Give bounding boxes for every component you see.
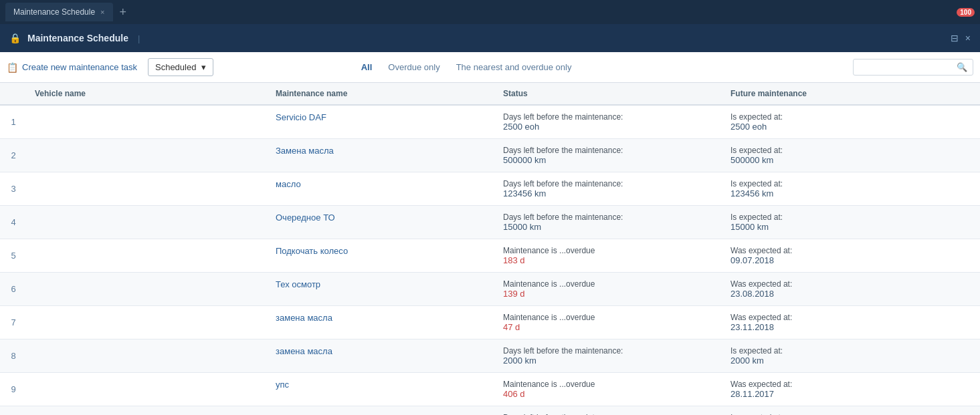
vehicle-name-cell bbox=[27, 306, 268, 339]
app-title: Maintenance Schedule bbox=[27, 33, 128, 43]
vehicle-name-cell bbox=[27, 172, 268, 206]
maintenance-name-cell[interactable]: Замена масла bbox=[268, 139, 495, 172]
dropdown-label: Scheduled bbox=[155, 62, 196, 72]
table-row[interactable]: 7замена маслаMaintenance is ...overdue47… bbox=[0, 306, 980, 339]
status-cell: Days left before the maintenance:2000 km bbox=[495, 339, 722, 373]
future-maintenance-cell: Was expected at:09.07.2018 bbox=[722, 239, 980, 273]
status-cell: Days left before the maintenance:15000 k… bbox=[495, 406, 722, 416]
col-header-num bbox=[0, 83, 27, 105]
toolbar: 📋 Create new maintenance task Scheduled … bbox=[0, 52, 980, 83]
row-number: 9 bbox=[0, 373, 27, 406]
window-controls: ⊟ × bbox=[951, 33, 971, 43]
vehicle-name-cell bbox=[27, 239, 268, 273]
table-row[interactable]: 10плановое ТОDays left before the mainte… bbox=[0, 406, 980, 416]
row-number: 2 bbox=[0, 139, 27, 172]
maintenance-name-cell[interactable]: Servicio DAF bbox=[268, 105, 495, 139]
table-container: Vehicle name Maintenance name Status Fut… bbox=[0, 83, 980, 415]
maintenance-name-cell[interactable]: замена масла bbox=[268, 306, 495, 339]
status-cell: Maintenance is ...overdue47 d bbox=[495, 306, 722, 339]
table-row[interactable]: 9упсMaintenance is ...overdue406 dWas ex… bbox=[0, 373, 980, 406]
future-maintenance-cell: Is expected at:123456 km bbox=[722, 172, 980, 206]
col-header-vehicle: Vehicle name bbox=[27, 83, 268, 105]
future-maintenance-cell: Is expected at:15000 km bbox=[722, 406, 980, 416]
filter-group: All Overdue only The nearest and overdue… bbox=[359, 61, 575, 74]
filter-overdue-button[interactable]: Overdue only bbox=[385, 61, 442, 74]
future-maintenance-cell: Was expected at:23.08.2018 bbox=[722, 273, 980, 306]
filter-nearest-button[interactable]: The nearest and overdue only bbox=[454, 61, 575, 74]
chevron-down-icon: ▾ bbox=[201, 62, 206, 72]
table-row[interactable]: 6Тех осмотрMaintenance is ...overdue139 … bbox=[0, 273, 980, 306]
row-number: 10 bbox=[0, 406, 27, 416]
row-number: 3 bbox=[0, 172, 27, 206]
maintenance-table: Vehicle name Maintenance name Status Fut… bbox=[0, 83, 980, 415]
table-row[interactable]: 8замена маслаDays left before the mainte… bbox=[0, 339, 980, 373]
future-maintenance-cell: Is expected at:15000 km bbox=[722, 206, 980, 239]
tab-close-icon[interactable]: × bbox=[100, 8, 104, 16]
maintenance-name-cell[interactable]: Очередное ТО bbox=[268, 206, 495, 239]
maintenance-name-cell[interactable]: Тех осмотр bbox=[268, 273, 495, 306]
maintenance-name-cell[interactable]: масло bbox=[268, 172, 495, 206]
maintenance-name-cell[interactable]: упс bbox=[268, 373, 495, 406]
maintenance-name-cell[interactable]: замена масла bbox=[268, 339, 495, 373]
status-cell: Maintenance is ...overdue139 d bbox=[495, 273, 722, 306]
vehicle-name-cell bbox=[27, 206, 268, 239]
col-header-future: Future maintenance bbox=[722, 83, 980, 105]
table-row[interactable]: 1Servicio DAFDays left before the mainte… bbox=[0, 105, 980, 139]
vehicle-name-cell bbox=[27, 406, 268, 416]
tab-title: Maintenance Schedule bbox=[13, 7, 95, 17]
row-number: 1 bbox=[0, 105, 27, 139]
future-maintenance-cell: Was expected at:23.11.2018 bbox=[722, 306, 980, 339]
new-tab-icon[interactable]: + bbox=[117, 5, 130, 19]
table-row[interactable]: 5Подкочать колесоMaintenance is ...overd… bbox=[0, 239, 980, 273]
status-cell: Maintenance is ...overdue183 d bbox=[495, 239, 722, 273]
maintenance-name-cell[interactable]: Подкочать колесо bbox=[268, 239, 495, 273]
vehicle-name-cell bbox=[27, 273, 268, 306]
vehicle-name-cell bbox=[27, 105, 268, 139]
col-header-maintenance: Maintenance name bbox=[268, 83, 495, 105]
search-icon: 🔍 bbox=[957, 62, 967, 72]
future-maintenance-cell: Is expected at:2500 eoh bbox=[722, 105, 980, 139]
minimize-icon[interactable]: ⊟ bbox=[951, 33, 959, 43]
header-separator: | bbox=[138, 33, 140, 43]
vehicle-name-cell bbox=[27, 373, 268, 406]
table-row[interactable]: 4Очередное ТОDays left before the mainte… bbox=[0, 206, 980, 239]
status-cell: Days left before the maintenance:123456 … bbox=[495, 172, 722, 206]
create-task-button[interactable]: 📋 Create new maintenance task bbox=[7, 62, 137, 73]
future-maintenance-cell: Is expected at:500000 km bbox=[722, 139, 980, 172]
table-row[interactable]: 3маслоDays left before the maintenance:1… bbox=[0, 172, 980, 206]
app-header: 🔒 Maintenance Schedule | ⊟ × bbox=[0, 24, 980, 52]
table-row[interactable]: 2Замена маслаDays left before the mainte… bbox=[0, 139, 980, 172]
scheduled-dropdown[interactable]: Scheduled ▾ bbox=[148, 58, 213, 76]
search-input[interactable] bbox=[859, 62, 957, 72]
table-header-row: Vehicle name Maintenance name Status Fut… bbox=[0, 83, 980, 105]
row-number: 8 bbox=[0, 339, 27, 373]
row-number: 4 bbox=[0, 206, 27, 239]
vehicle-name-cell bbox=[27, 139, 268, 172]
create-task-icon: 📋 bbox=[7, 62, 18, 73]
browser-tab[interactable]: Maintenance Schedule × bbox=[5, 3, 113, 21]
create-task-label: Create new maintenance task bbox=[22, 62, 137, 72]
status-cell: Days left before the maintenance:2500 eo… bbox=[495, 105, 722, 139]
row-number: 5 bbox=[0, 239, 27, 273]
status-cell: Days left before the maintenance:15000 k… bbox=[495, 206, 722, 239]
filter-all-button[interactable]: All bbox=[359, 61, 375, 74]
future-maintenance-cell: Is expected at:2000 km bbox=[722, 339, 980, 373]
lock-icon: 🔒 bbox=[9, 33, 21, 43]
row-number: 7 bbox=[0, 306, 27, 339]
status-cell: Maintenance is ...overdue406 d bbox=[495, 373, 722, 406]
search-box: 🔍 bbox=[853, 59, 973, 76]
row-number: 6 bbox=[0, 273, 27, 306]
notification-badge: 100 bbox=[957, 8, 975, 17]
vehicle-name-cell bbox=[27, 339, 268, 373]
status-cell: Days left before the maintenance:500000 … bbox=[495, 139, 722, 172]
maintenance-name-cell[interactable]: плановое ТО bbox=[268, 406, 495, 416]
browser-bar: Maintenance Schedule × + 100 bbox=[0, 0, 980, 24]
future-maintenance-cell: Was expected at:28.11.2017 bbox=[722, 373, 980, 406]
col-header-status: Status bbox=[495, 83, 722, 105]
close-window-icon[interactable]: × bbox=[965, 33, 971, 43]
